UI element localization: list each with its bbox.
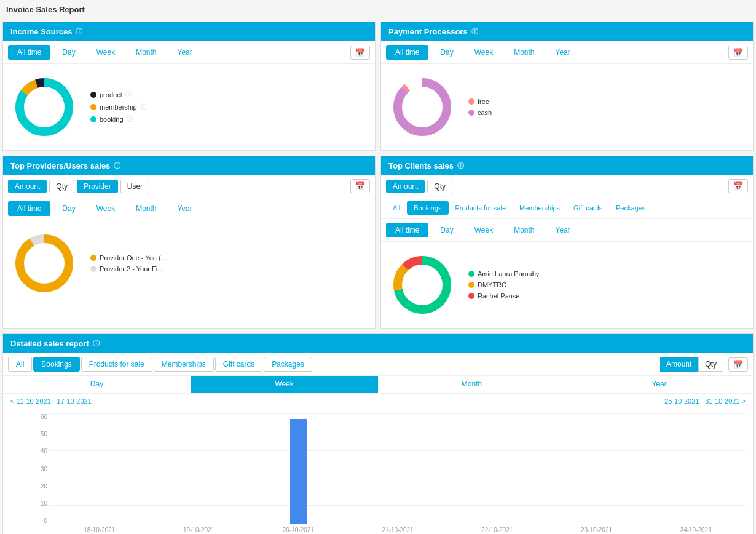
detailed-cat-giftcards[interactable]: Gift cards (215, 357, 262, 372)
rachel-label: Rachel Pause (478, 292, 520, 300)
detailed-nav-row: < 11-10-2021 - 17-10-2021 25-10-2021 - 3… (3, 394, 753, 408)
y-0: 0 (28, 517, 47, 524)
clients-tab-alltime[interactable]: All time (386, 223, 428, 237)
providers-time-tabs: All time Day Week Month Year (3, 197, 375, 220)
income-legend-membership: membership ⓘ (90, 103, 146, 111)
clients-body: Amie Laura Parnaby DMYTRO Rachel Pause (381, 242, 753, 328)
providers-tab-year[interactable]: Year (168, 201, 202, 216)
svg-point-6 (20, 239, 69, 288)
clients-qty-btn[interactable]: Qty (427, 180, 452, 193)
payment-donut-svg (388, 73, 456, 141)
detailed-period-week[interactable]: Week (191, 376, 378, 393)
payment-tab-month[interactable]: Month (505, 45, 543, 60)
clients-cat-bookings[interactable]: Bookings (407, 201, 448, 215)
clients-cat-giftcards[interactable]: Gift cards (567, 201, 609, 215)
payment-tab-day[interactable]: Day (431, 45, 462, 60)
income-sources-header: Income Sources ⓘ (3, 22, 375, 41)
providers-tab-month[interactable]: Month (127, 201, 165, 216)
membership-info: ⓘ (140, 103, 146, 111)
detailed-amount-btn[interactable]: Amount (660, 357, 698, 372)
income-donut-chart (10, 73, 78, 141)
detailed-calendar-button[interactable]: 📅 (728, 357, 748, 372)
detailed-cat-bookings[interactable]: Bookings (33, 357, 79, 372)
payment-tab-year[interactable]: Year (546, 45, 580, 60)
payment-processors-panel: Payment Processors ⓘ All time Day Week M… (380, 22, 754, 151)
income-donut-svg (10, 73, 78, 141)
payment-processors-header: Payment Processors ⓘ (381, 22, 753, 41)
x-label-4: 22-10-2021 (447, 527, 547, 533)
income-sources-info-icon: ⓘ (76, 27, 82, 36)
income-calendar-button[interactable]: 📅 (350, 46, 370, 60)
x-label-5: 23-10-2021 (547, 527, 647, 533)
detailed-qty-btn[interactable]: Qty (698, 357, 723, 372)
clients-time-tabs: All time Day Week Month Year (381, 219, 753, 242)
y-10: 10 (28, 500, 47, 507)
providers-calendar-button[interactable]: 📅 (350, 179, 370, 193)
top-panels-row: Income Sources ⓘ All time Day Week Month… (0, 19, 756, 153)
income-tab-month[interactable]: Month (127, 45, 165, 60)
providers-legend-two: Provider 2 - Your Fi… (90, 265, 168, 273)
payment-tab-week[interactable]: Week (465, 45, 502, 60)
clients-amount-btn[interactable]: Amount (386, 180, 425, 193)
income-tab-week[interactable]: Week (87, 45, 124, 60)
income-sources-time-tabs: All time Day Week Month Year 📅 (3, 41, 375, 64)
detailed-period-day[interactable]: Day (3, 376, 191, 393)
detailed-chart-area: 0 10 20 30 40 50 60 (3, 408, 753, 534)
booking-info: ⓘ (127, 115, 133, 124)
providers-tab-alltime[interactable]: All time (8, 201, 50, 216)
clients-cat-memberships[interactable]: Memberships (513, 201, 567, 215)
detailed-prev-link[interactable]: < 11-10-2021 - 17-10-2021 (10, 397, 92, 405)
y-40: 40 (28, 448, 47, 455)
payment-processors-body: free cash (381, 64, 753, 150)
providers-tab-week[interactable]: Week (87, 201, 124, 216)
payment-tab-alltime[interactable]: All time (386, 45, 428, 60)
detailed-next-link[interactable]: 25-10-2021 - 31-10-2021 > (664, 397, 746, 405)
chart-grid (50, 413, 746, 524)
detailed-title: Detailed sales report (10, 339, 89, 348)
clients-cat-all[interactable]: All (386, 201, 407, 215)
payment-legend-free: free (468, 98, 492, 105)
detailed-period-year[interactable]: Year (565, 376, 753, 393)
detailed-cat-all[interactable]: All (8, 357, 32, 372)
detailed-sales-panel: Detailed sales report ⓘ All Bookings Pro… (2, 333, 754, 534)
detailed-cat-memberships[interactable]: Memberships (154, 357, 214, 372)
clients-tab-week[interactable]: Week (465, 223, 502, 237)
clients-cat-products[interactable]: Products for sale (449, 201, 513, 215)
product-label: product (100, 91, 122, 98)
income-tab-year[interactable]: Year (168, 45, 202, 60)
payment-legend-cash: cash (468, 109, 492, 116)
clients-legend: Amie Laura Parnaby DMYTRO Rachel Pause (468, 270, 539, 300)
providers-user-btn[interactable]: User (120, 180, 149, 193)
product-dot (90, 92, 96, 98)
detailed-amount-qty: Amount Qty (660, 357, 723, 372)
clients-legend-rachel: Rachel Pause (468, 292, 539, 300)
amie-label: Amie Laura Parnaby (478, 270, 539, 277)
payment-processors-title: Payment Processors (388, 27, 468, 36)
product-info: ⓘ (125, 90, 132, 99)
income-tab-alltime[interactable]: All time (8, 45, 50, 60)
providers-body: Provider One - You (… Provider 2 - Your … (3, 220, 375, 306)
clients-tab-month[interactable]: Month (505, 223, 543, 237)
detailed-period-month[interactable]: Month (378, 376, 565, 393)
clients-tab-year[interactable]: Year (546, 223, 580, 237)
cash-label: cash (478, 109, 492, 116)
clients-donut-chart (388, 251, 456, 319)
providers-amount-btn[interactable]: Amount (8, 180, 47, 193)
detailed-cat-packages[interactable]: Packages (264, 357, 312, 372)
clients-category-tabs: All Bookings Products for sale Membershi… (381, 197, 753, 219)
page-title: Invoice Sales Report (0, 0, 756, 19)
clients-tab-day[interactable]: Day (431, 223, 462, 237)
detailed-cat-products[interactable]: Products for sale (81, 357, 152, 372)
income-tab-day[interactable]: Day (53, 45, 84, 60)
bar-2 (290, 419, 307, 524)
provider-one-label: Provider One - You (… (100, 254, 168, 261)
bar-group-3 (348, 413, 448, 524)
clients-cat-packages[interactable]: Packages (609, 201, 652, 215)
providers-donut-svg (10, 229, 78, 297)
payment-calendar-button[interactable]: 📅 (728, 46, 748, 60)
providers-qty-btn[interactable]: Qty (49, 180, 74, 193)
providers-tab-day[interactable]: Day (53, 201, 84, 216)
top-providers-header: Top Providers/Users sales ⓘ (3, 156, 375, 175)
providers-provider-btn[interactable]: Provider (77, 180, 118, 193)
clients-calendar-button[interactable]: 📅 (728, 179, 748, 193)
